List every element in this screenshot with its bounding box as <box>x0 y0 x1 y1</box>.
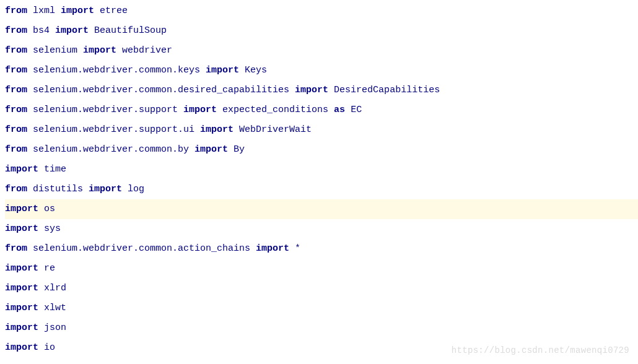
code-line: from selenium.webdriver.common.action_ch… <box>5 239 638 259</box>
code-text: EC <box>345 105 362 115</box>
code-keyword: import <box>5 323 38 333</box>
code-text: sys <box>38 223 61 234</box>
code-text: selenium.webdriver.common.action_chains <box>27 243 256 254</box>
code-line: from selenium import webdriver <box>5 41 638 61</box>
code-keyword: import <box>194 144 228 155</box>
code-line: import sys <box>5 219 638 239</box>
code-text: * <box>289 243 300 254</box>
code-line: import json <box>5 318 638 338</box>
code-text: xlrd <box>38 283 66 293</box>
watermark-text: https://blog.csdn.net/mawenqi0729 <box>452 340 629 360</box>
code-line: import xlwt <box>5 298 638 318</box>
code-text: distutils <box>27 184 89 194</box>
code-text: selenium.webdriver.common.by <box>27 144 194 155</box>
code-keyword: from <box>5 25 27 36</box>
code-line: from selenium.webdriver.common.keys impo… <box>5 61 638 80</box>
code-keyword: from <box>5 65 27 76</box>
code-text: selenium.webdriver.common.desired_capabi… <box>27 85 295 95</box>
code-keyword: import <box>5 303 38 313</box>
code-text: log <box>122 184 144 194</box>
code-line: import os <box>5 199 638 219</box>
code-text: selenium.webdriver.support.ui <box>27 124 200 135</box>
code-keyword: import <box>5 283 38 293</box>
code-keyword: import <box>5 204 38 214</box>
code-text: etree <box>94 6 128 16</box>
code-keyword: as <box>334 105 345 115</box>
code-keyword: import <box>83 45 116 56</box>
code-line: from selenium.webdriver.common.desired_c… <box>5 80 638 100</box>
code-keyword: import <box>183 105 217 115</box>
code-text: lxml <box>27 6 61 16</box>
code-text: selenium.webdriver.support <box>27 105 183 115</box>
code-text: By <box>228 144 245 155</box>
code-line: from lxml import etree <box>5 1 638 21</box>
code-keyword: import <box>206 65 239 76</box>
code-text: BeautifulSoup <box>89 25 167 36</box>
code-line: import xlrd <box>5 279 638 298</box>
code-keyword: from <box>5 144 27 155</box>
code-text: WebDriverWait <box>234 124 312 135</box>
code-keyword: import <box>5 342 38 353</box>
code-text: re <box>38 263 55 274</box>
code-text: expected_conditions <box>217 105 334 115</box>
code-keyword: from <box>5 124 27 135</box>
code-text: Keys <box>239 65 267 76</box>
code-line: from selenium.webdriver.support.ui impor… <box>5 120 638 140</box>
code-line: import time <box>5 160 638 180</box>
code-text: time <box>38 164 66 175</box>
code-keyword: import <box>5 223 38 234</box>
code-text: bs4 <box>27 25 55 36</box>
code-text: xlwt <box>38 303 66 313</box>
code-text: os <box>38 204 55 214</box>
code-keyword: from <box>5 85 27 95</box>
code-text: io <box>38 342 55 353</box>
code-text: selenium.webdriver.common.keys <box>27 65 206 76</box>
code-keyword: import <box>89 184 122 194</box>
code-line: from selenium.webdriver.common.by import… <box>5 140 638 160</box>
code-text: webdriver <box>116 45 172 56</box>
code-line: from distutils import log <box>5 180 638 199</box>
code-line: import re <box>5 259 638 279</box>
code-keyword: import <box>256 243 289 254</box>
code-keyword: import <box>295 85 328 95</box>
code-keyword: import <box>5 263 38 274</box>
code-text: DesiredCapabilities <box>328 85 440 95</box>
code-line: from bs4 import BeautifulSoup <box>5 21 638 41</box>
code-keyword: from <box>5 243 27 254</box>
code-keyword: import <box>200 124 234 135</box>
code-keyword: import <box>5 164 38 175</box>
code-keyword: from <box>5 45 27 56</box>
code-text: selenium <box>27 45 83 56</box>
code-keyword: from <box>5 184 27 194</box>
code-text: json <box>38 323 66 333</box>
code-line: from selenium.webdriver.support import e… <box>5 100 638 120</box>
code-keyword: from <box>5 6 27 16</box>
code-keyword: import <box>61 6 94 16</box>
code-keyword: from <box>5 105 27 115</box>
code-keyword: import <box>55 25 89 36</box>
code-block: from lxml import etreefrom bs4 import Be… <box>0 0 638 358</box>
